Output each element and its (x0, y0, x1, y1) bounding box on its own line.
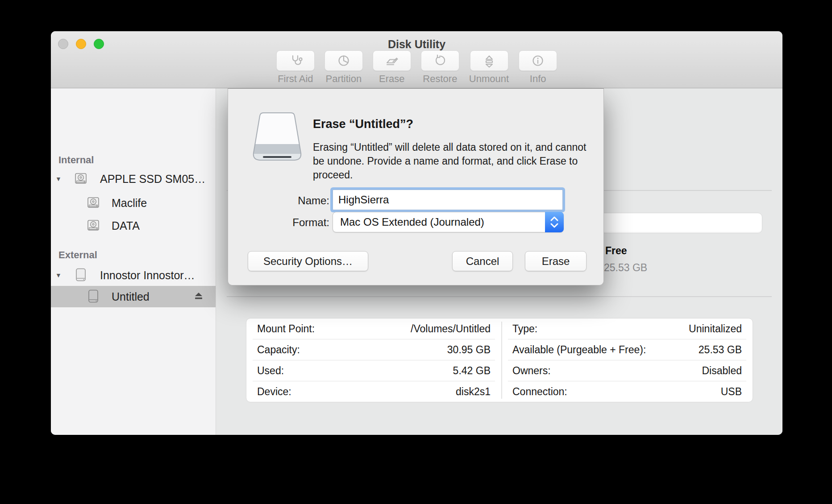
dialog-title: Erase “Untitled”? (313, 117, 413, 131)
info-row-type: Type: Uninitalized (508, 318, 746, 339)
sidebar-item-label: Untitled (112, 290, 150, 303)
info-row-available: Available (Purgeable + Free): 25.53 GB (508, 339, 746, 360)
info-column-left: Mount Point: /Volumes/Untitled Capacity:… (246, 318, 501, 402)
disclosure-triangle-icon[interactable]: ▼ (54, 175, 63, 182)
info-row-device: Device: disk2s1 (253, 381, 495, 402)
toolbar-info[interactable]: Info (519, 50, 557, 85)
erase-icon (385, 54, 399, 68)
info-column-right: Type: Uninitalized Available (Purgeable … (502, 318, 753, 402)
sidebar: Internal ▼ APPLE SSD SM05… Maclife DATA … (51, 88, 216, 435)
sidebar-item-label: Maclife (112, 197, 147, 210)
toolbar-label: Info (530, 73, 546, 85)
toolbar-unmount[interactable]: Unmount (469, 50, 509, 85)
sidebar-item-label: APPLE SSD SM05… (100, 173, 205, 186)
sidebar-item-innostor[interactable]: ▼ Innostor Innostor… (51, 264, 216, 286)
toolbar-first-aid[interactable]: First Aid (276, 50, 315, 85)
external-disk-icon (73, 267, 88, 284)
erase-button[interactable]: Erase (525, 251, 587, 271)
disk-utility-window: Disk Utility First Aid (51, 31, 782, 435)
name-input[interactable] (333, 190, 563, 210)
chevron-up-down-icon (545, 212, 564, 232)
sidebar-item-apple-ssd[interactable]: ▼ APPLE SSD SM05… (51, 168, 216, 190)
info-row-connection: Connection: USB (508, 381, 746, 402)
name-label: Name: (228, 194, 329, 207)
sidebar-item-maclife[interactable]: Maclife (51, 192, 216, 214)
restore-icon (433, 54, 447, 68)
toolbar-label: Restore (423, 73, 457, 85)
format-selected-value: Mac OS Extended (Journaled) (340, 216, 484, 228)
info-table: Mount Point: /Volumes/Untitled Capacity:… (246, 318, 753, 402)
external-volume-icon (86, 289, 101, 306)
format-label: Format: (228, 216, 329, 229)
info-row-capacity: Capacity: 30.95 GB (253, 339, 495, 360)
info-icon (531, 54, 545, 68)
dialog-message: Erasing “Untitled” will delete all data … (313, 140, 596, 182)
internal-disk-icon (73, 171, 88, 188)
partition-icon (337, 54, 351, 68)
divider (227, 296, 772, 297)
info-row-mount-point: Mount Point: /Volumes/Untitled (253, 318, 495, 339)
sidebar-item-label: Innostor Innostor… (100, 269, 195, 282)
eject-icon[interactable] (194, 292, 203, 302)
sidebar-item-untitled[interactable]: Untitled (51, 286, 216, 307)
format-select[interactable]: Mac OS Extended (Journaled) (333, 212, 564, 232)
toolbar-label: Unmount (469, 73, 509, 85)
toolbar-partition[interactable]: Partition (324, 50, 363, 85)
sidebar-item-label: DATA (112, 219, 140, 232)
sidebar-section-internal: Internal (58, 154, 94, 166)
window-chrome: Disk Utility First Aid (51, 31, 782, 88)
security-options-button[interactable]: Security Options… (248, 251, 368, 271)
legend-free-label: Free (605, 245, 627, 257)
external-drive-icon (250, 109, 305, 163)
sidebar-item-data[interactable]: DATA (51, 215, 216, 236)
internal-disk-icon (86, 218, 101, 235)
first-aid-icon (288, 54, 303, 68)
toolbar-label: Erase (379, 73, 404, 85)
erase-dialog: Erase “Untitled”? Erasing “Untitled” wil… (228, 88, 604, 285)
info-row-owners: Owners: Disabled (508, 360, 746, 381)
cancel-button[interactable]: Cancel (452, 251, 513, 271)
toolbar: First Aid Partition (51, 50, 782, 85)
toolbar-label: First Aid (278, 73, 313, 85)
info-row-used: Used: 5.42 GB (253, 360, 495, 381)
sidebar-section-external: External (58, 249, 97, 261)
internal-disk-icon (86, 195, 101, 212)
desktop: Disk Utility First Aid (0, 0, 832, 504)
disclosure-triangle-icon[interactable]: ▼ (54, 272, 63, 279)
toolbar-erase[interactable]: Erase (373, 50, 411, 85)
window-title: Disk Utility (51, 38, 782, 51)
unmount-icon (482, 54, 496, 68)
toolbar-restore[interactable]: Restore (421, 50, 459, 85)
legend-free-value: 25.53 GB (604, 262, 647, 274)
toolbar-label: Partition (326, 73, 362, 85)
